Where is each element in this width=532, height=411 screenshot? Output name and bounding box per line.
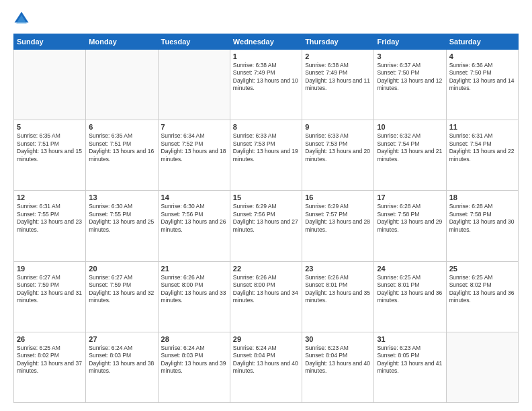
day-number: 14 [161, 193, 227, 201]
day-info: Sunrise: 6:25 AM Sunset: 8:01 PM Dayligh… [377, 274, 443, 305]
day-number: 26 [17, 335, 83, 343]
weekday-header-sunday: Sunday [14, 34, 86, 50]
day-info: Sunrise: 6:23 AM Sunset: 8:05 PM Dayligh… [377, 345, 443, 375]
day-info: Sunrise: 6:27 AM Sunset: 7:59 PM Dayligh… [17, 274, 83, 305]
calendar-cell: 30Sunrise: 6:23 AM Sunset: 8:04 PM Dayli… [302, 332, 374, 402]
calendar-cell [14, 50, 86, 120]
day-info: Sunrise: 6:25 AM Sunset: 8:02 PM Dayligh… [17, 345, 83, 375]
calendar-cell: 23Sunrise: 6:26 AM Sunset: 8:01 PM Dayli… [302, 261, 374, 332]
calendar-cell: 4Sunrise: 6:36 AM Sunset: 7:50 PM Daylig… [446, 50, 518, 120]
day-number: 22 [233, 265, 299, 273]
weekday-header-wednesday: Wednesday [230, 34, 302, 50]
day-info: Sunrise: 6:24 AM Sunset: 8:03 PM Dayligh… [161, 345, 227, 375]
day-info: Sunrise: 6:37 AM Sunset: 7:50 PM Dayligh… [377, 62, 443, 93]
calendar-cell: 11Sunrise: 6:31 AM Sunset: 7:54 PM Dayli… [446, 120, 518, 191]
day-number: 11 [449, 123, 515, 131]
calendar-cell: 27Sunrise: 6:24 AM Sunset: 8:03 PM Dayli… [86, 332, 158, 402]
day-number: 18 [449, 193, 515, 201]
calendar-cell: 24Sunrise: 6:25 AM Sunset: 8:01 PM Dayli… [374, 261, 446, 332]
calendar-cell: 15Sunrise: 6:29 AM Sunset: 7:56 PM Dayli… [230, 191, 302, 261]
day-info: Sunrise: 6:27 AM Sunset: 7:59 PM Dayligh… [89, 274, 154, 305]
day-number: 30 [305, 335, 371, 343]
calendar-cell: 6Sunrise: 6:35 AM Sunset: 7:51 PM Daylig… [86, 120, 158, 191]
calendar-cell [446, 332, 518, 402]
calendar-cell: 21Sunrise: 6:26 AM Sunset: 8:00 PM Dayli… [158, 261, 230, 332]
calendar-cell: 1Sunrise: 6:38 AM Sunset: 7:49 PM Daylig… [230, 50, 302, 120]
calendar-cell: 29Sunrise: 6:24 AM Sunset: 8:04 PM Dayli… [230, 332, 302, 402]
calendar-cell: 8Sunrise: 6:33 AM Sunset: 7:53 PM Daylig… [230, 120, 302, 191]
day-info: Sunrise: 6:38 AM Sunset: 7:49 PM Dayligh… [305, 62, 371, 93]
calendar-cell: 19Sunrise: 6:27 AM Sunset: 7:59 PM Dayli… [14, 261, 86, 332]
day-number: 5 [17, 123, 83, 131]
calendar-cell [86, 50, 158, 120]
weekday-header-thursday: Thursday [302, 34, 374, 50]
calendar-cell: 28Sunrise: 6:24 AM Sunset: 8:03 PM Dayli… [158, 332, 230, 402]
day-number: 31 [377, 335, 443, 343]
day-info: Sunrise: 6:34 AM Sunset: 7:52 PM Dayligh… [161, 132, 227, 163]
calendar-cell: 16Sunrise: 6:29 AM Sunset: 7:57 PM Dayli… [302, 191, 374, 261]
day-number: 28 [161, 335, 227, 343]
day-info: Sunrise: 6:35 AM Sunset: 7:51 PM Dayligh… [89, 132, 154, 163]
day-info: Sunrise: 6:33 AM Sunset: 7:53 PM Dayligh… [305, 132, 371, 163]
calendar-week-4: 26Sunrise: 6:25 AM Sunset: 8:02 PM Dayli… [14, 332, 519, 402]
calendar-table: SundayMondayTuesdayWednesdayThursdayFrid… [13, 34, 519, 403]
calendar-cell: 26Sunrise: 6:25 AM Sunset: 8:02 PM Dayli… [14, 332, 86, 402]
day-info: Sunrise: 6:25 AM Sunset: 8:02 PM Dayligh… [449, 274, 515, 305]
day-number: 21 [161, 265, 227, 273]
day-info: Sunrise: 6:26 AM Sunset: 8:00 PM Dayligh… [233, 274, 299, 305]
calendar-cell: 5Sunrise: 6:35 AM Sunset: 7:51 PM Daylig… [14, 120, 86, 191]
calendar-cell: 2Sunrise: 6:38 AM Sunset: 7:49 PM Daylig… [302, 50, 374, 120]
calendar-cell: 20Sunrise: 6:27 AM Sunset: 7:59 PM Dayli… [86, 261, 158, 332]
day-number: 1 [233, 52, 299, 60]
calendar-cell: 18Sunrise: 6:28 AM Sunset: 7:58 PM Dayli… [446, 191, 518, 261]
header [13, 11, 519, 27]
day-info: Sunrise: 6:24 AM Sunset: 8:03 PM Dayligh… [89, 345, 154, 375]
logo-icon [13, 11, 30, 27]
day-info: Sunrise: 6:30 AM Sunset: 7:56 PM Dayligh… [161, 203, 227, 234]
day-number: 27 [89, 335, 154, 343]
calendar-cell: 14Sunrise: 6:30 AM Sunset: 7:56 PM Dayli… [158, 191, 230, 261]
day-number: 4 [449, 52, 515, 60]
weekday-header-monday: Monday [86, 34, 158, 50]
calendar-cell: 22Sunrise: 6:26 AM Sunset: 8:00 PM Dayli… [230, 261, 302, 332]
day-number: 13 [89, 193, 154, 201]
day-number: 2 [305, 52, 371, 60]
day-number: 3 [377, 52, 443, 60]
day-info: Sunrise: 6:32 AM Sunset: 7:54 PM Dayligh… [377, 132, 443, 163]
day-info: Sunrise: 6:23 AM Sunset: 8:04 PM Dayligh… [305, 345, 371, 375]
day-number: 25 [449, 265, 515, 273]
day-number: 24 [377, 265, 443, 273]
calendar-cell: 25Sunrise: 6:25 AM Sunset: 8:02 PM Dayli… [446, 261, 518, 332]
day-number: 16 [305, 193, 371, 201]
day-info: Sunrise: 6:28 AM Sunset: 7:58 PM Dayligh… [377, 203, 443, 234]
calendar-cell: 13Sunrise: 6:30 AM Sunset: 7:55 PM Dayli… [86, 191, 158, 261]
day-number: 8 [233, 123, 299, 131]
day-info: Sunrise: 6:28 AM Sunset: 7:58 PM Dayligh… [449, 203, 515, 234]
day-info: Sunrise: 6:31 AM Sunset: 7:54 PM Dayligh… [449, 132, 515, 163]
day-number: 19 [17, 265, 83, 273]
calendar-cell: 3Sunrise: 6:37 AM Sunset: 7:50 PM Daylig… [374, 50, 446, 120]
day-info: Sunrise: 6:29 AM Sunset: 7:57 PM Dayligh… [305, 203, 371, 234]
day-number: 6 [89, 123, 154, 131]
day-info: Sunrise: 6:26 AM Sunset: 8:00 PM Dayligh… [161, 274, 227, 305]
day-info: Sunrise: 6:31 AM Sunset: 7:55 PM Dayligh… [17, 203, 83, 234]
day-number: 17 [377, 193, 443, 201]
calendar-cell: 9Sunrise: 6:33 AM Sunset: 7:53 PM Daylig… [302, 120, 374, 191]
calendar-cell [158, 50, 230, 120]
weekday-header-friday: Friday [374, 34, 446, 50]
day-info: Sunrise: 6:33 AM Sunset: 7:53 PM Dayligh… [233, 132, 299, 163]
day-info: Sunrise: 6:36 AM Sunset: 7:50 PM Dayligh… [449, 62, 515, 93]
calendar-cell: 10Sunrise: 6:32 AM Sunset: 7:54 PM Dayli… [374, 120, 446, 191]
calendar-week-0: 1Sunrise: 6:38 AM Sunset: 7:49 PM Daylig… [14, 50, 519, 120]
calendar-cell: 12Sunrise: 6:31 AM Sunset: 7:55 PM Dayli… [14, 191, 86, 261]
day-number: 20 [89, 265, 154, 273]
day-info: Sunrise: 6:30 AM Sunset: 7:55 PM Dayligh… [89, 203, 154, 234]
day-number: 7 [161, 123, 227, 131]
day-info: Sunrise: 6:29 AM Sunset: 7:56 PM Dayligh… [233, 203, 299, 234]
calendar-cell: 7Sunrise: 6:34 AM Sunset: 7:52 PM Daylig… [158, 120, 230, 191]
weekday-header-row: SundayMondayTuesdayWednesdayThursdayFrid… [14, 34, 519, 50]
logo [13, 11, 32, 27]
calendar-cell: 17Sunrise: 6:28 AM Sunset: 7:58 PM Dayli… [374, 191, 446, 261]
day-number: 23 [305, 265, 371, 273]
day-number: 9 [305, 123, 371, 131]
